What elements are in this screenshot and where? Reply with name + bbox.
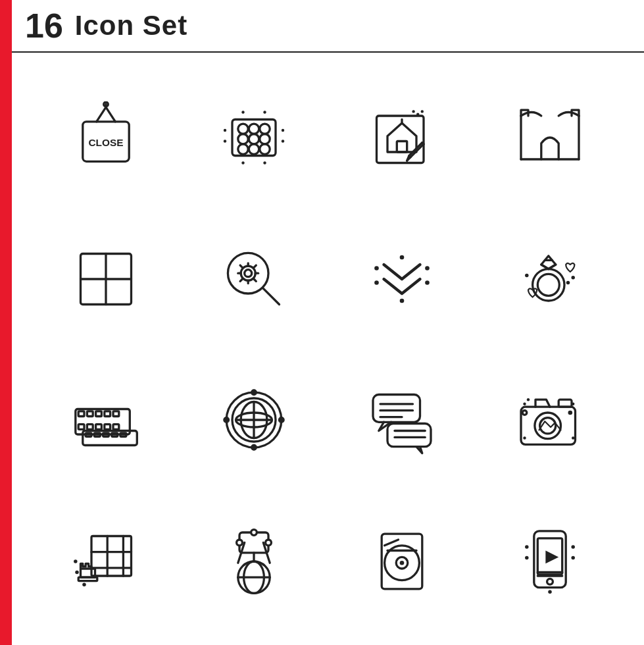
- main-content: CLOSE: [12, 54, 644, 645]
- house-blueprint-icon: [335, 74, 470, 202]
- cd-dvd-icon: [335, 498, 470, 626]
- network-globe-icon: [186, 498, 321, 626]
- svg-point-18: [282, 129, 284, 132]
- svg-point-33: [416, 113, 419, 116]
- svg-rect-114: [91, 536, 132, 576]
- svg-point-12: [260, 134, 270, 144]
- svg-point-67: [572, 276, 576, 280]
- svg-point-150: [549, 590, 553, 594]
- svg-point-10: [238, 134, 248, 144]
- svg-line-43: [263, 288, 279, 304]
- svg-point-93: [251, 445, 257, 451]
- svg-line-0: [96, 107, 105, 122]
- svg-rect-100: [387, 424, 431, 447]
- svg-rect-77: [95, 425, 101, 430]
- header-title: Icon Set: [75, 10, 187, 41]
- icon-grid: CLOSE: [38, 74, 618, 625]
- svg-marker-25: [387, 123, 416, 152]
- svg-point-42: [228, 253, 268, 294]
- svg-point-147: [525, 556, 529, 560]
- svg-point-92: [251, 390, 257, 396]
- svg-line-50: [240, 265, 242, 267]
- svg-point-110: [524, 403, 526, 405]
- svg-point-17: [224, 140, 226, 143]
- wedding-ring-icon: [483, 215, 618, 344]
- pills-icon: [186, 74, 321, 202]
- svg-point-8: [249, 124, 259, 134]
- svg-text:CLOSE: CLOSE: [88, 137, 123, 148]
- globe-porthole-icon: [186, 356, 321, 484]
- svg-point-121: [82, 582, 86, 586]
- search-settings-icon: [186, 215, 321, 344]
- svg-point-13: [238, 144, 248, 154]
- svg-point-95: [278, 417, 284, 423]
- svg-point-11: [249, 134, 259, 144]
- chevron-down-icon: [335, 215, 470, 344]
- svg-rect-75: [78, 425, 84, 430]
- chess-map-icon: [38, 498, 173, 626]
- svg-rect-74: [113, 411, 119, 417]
- svg-line-139: [385, 540, 399, 546]
- page-header: 16 Icon Set: [12, 0, 644, 53]
- svg-point-66: [566, 281, 570, 285]
- svg-point-14: [249, 144, 259, 154]
- svg-point-57: [425, 280, 430, 285]
- svg-rect-76: [87, 425, 93, 430]
- mobile-video-icon: [483, 498, 618, 626]
- svg-point-58: [400, 255, 405, 259]
- svg-rect-71: [87, 411, 93, 417]
- svg-point-16: [224, 129, 226, 132]
- header-number: 16: [25, 9, 63, 43]
- film-strip-icon: [38, 356, 173, 484]
- svg-line-53: [240, 279, 242, 281]
- svg-marker-143: [546, 550, 559, 563]
- svg-point-15: [260, 144, 270, 154]
- svg-rect-78: [104, 425, 110, 430]
- svg-rect-72: [95, 411, 101, 417]
- castle-gate-icon: [483, 74, 618, 202]
- svg-line-52: [254, 265, 256, 267]
- svg-rect-106: [559, 400, 572, 407]
- svg-point-107: [568, 411, 573, 415]
- svg-point-94: [224, 417, 230, 423]
- svg-line-1: [106, 107, 115, 122]
- svg-point-132: [236, 540, 242, 546]
- svg-point-59: [400, 298, 405, 303]
- svg-point-21: [263, 111, 266, 114]
- svg-point-109: [527, 398, 530, 401]
- svg-point-9: [260, 124, 270, 134]
- svg-point-56: [374, 280, 379, 285]
- svg-point-23: [263, 162, 266, 165]
- svg-point-68: [525, 274, 529, 278]
- svg-rect-26: [397, 142, 407, 153]
- svg-rect-70: [78, 411, 84, 417]
- svg-point-55: [425, 266, 430, 271]
- close-sign-icon: CLOSE: [38, 74, 173, 202]
- svg-point-61: [538, 274, 560, 296]
- svg-point-19: [282, 140, 284, 143]
- svg-rect-73: [104, 411, 110, 417]
- svg-point-22: [241, 162, 244, 165]
- grid-layout-icon: [38, 215, 173, 344]
- svg-point-137: [400, 561, 405, 565]
- svg-point-34: [421, 110, 424, 113]
- svg-point-111: [572, 403, 574, 405]
- svg-point-131: [251, 529, 257, 535]
- svg-point-108: [523, 411, 528, 415]
- svg-point-146: [525, 545, 529, 549]
- svg-point-113: [524, 437, 526, 440]
- svg-point-35: [412, 110, 415, 113]
- camera-icon: [483, 356, 618, 484]
- svg-point-142: [547, 579, 553, 584]
- svg-point-45: [245, 269, 252, 276]
- svg-point-20: [241, 111, 244, 114]
- red-accent-bar: [0, 0, 12, 645]
- svg-point-148: [572, 545, 576, 549]
- svg-point-123: [74, 559, 78, 563]
- svg-point-7: [238, 124, 248, 134]
- svg-point-54: [374, 266, 379, 271]
- chat-bubbles-icon: [335, 356, 470, 484]
- svg-line-51: [254, 279, 256, 281]
- svg-rect-79: [113, 425, 119, 430]
- svg-point-112: [572, 437, 574, 440]
